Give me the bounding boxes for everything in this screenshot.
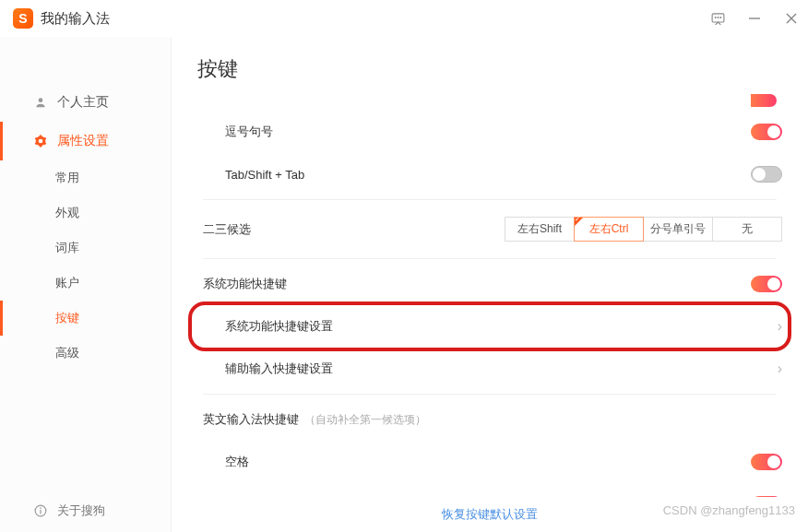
toggle-tab-shift[interactable] — [751, 166, 782, 183]
sidebar-item-label: 属性设置 — [57, 133, 109, 149]
row-tab-shift-label: Tab/Shift + Tab — [225, 168, 751, 182]
sidebar-about[interactable]: 关于搜狗 — [0, 490, 171, 532]
segment-group-candidates: 左右Shift 左右Ctrl 分号单引号 无 — [505, 217, 782, 242]
page-title: 按键 — [172, 37, 808, 94]
app-title: 我的输入法 — [41, 10, 110, 28]
row-second-third-label: 二三候选 — [203, 221, 505, 238]
feedback-icon[interactable] — [708, 9, 727, 28]
sidebar-sub-appearance[interactable]: 外观 — [0, 195, 171, 231]
settings-panel: 逗号句号 Tab/Shift + Tab 二三候选 左右Shift 左右Ctrl… — [172, 94, 808, 497]
divider — [203, 394, 777, 395]
seg-none[interactable]: 无 — [712, 217, 782, 242]
sidebar-item-label: 个人主页 — [57, 94, 109, 111]
toggle-comma-period[interactable] — [751, 124, 782, 140]
row-sys-shortcut-setting[interactable]: 系统功能快捷键设置 › — [197, 305, 782, 348]
minimize-button[interactable] — [745, 9, 764, 28]
seg-shift[interactable]: 左右Shift — [505, 217, 575, 242]
row-eng-shortcut-label: 英文输入法快捷键（自动补全第一候选项） — [203, 411, 782, 428]
toggle-tab[interactable] — [751, 496, 782, 497]
toggle-sys-shortcut[interactable] — [751, 276, 782, 292]
sidebar-about-label: 关于搜狗 — [57, 502, 105, 519]
sidebar: 个人主页 属性设置 常用 外观 词库 账户 按键 高级 关于搜狗 — [0, 37, 172, 532]
sidebar-sub-account[interactable]: 账户 — [0, 266, 171, 301]
svg-rect-10 — [40, 510, 41, 514]
info-icon — [33, 503, 48, 518]
sidebar-item-profile[interactable]: 个人主页 — [0, 83, 171, 122]
row-space-label: 空格 — [225, 454, 751, 470]
sidebar-sub-keys[interactable]: 按键 — [0, 301, 171, 336]
sidebar-sub-common[interactable]: 常用 — [0, 160, 171, 195]
toggle-space[interactable] — [751, 454, 782, 470]
chevron-right-icon: › — [778, 361, 782, 377]
seg-ctrl[interactable]: 左右Ctrl — [574, 217, 644, 242]
gear-icon — [33, 134, 48, 148]
svg-point-7 — [39, 98, 43, 102]
seg-semicolon[interactable]: 分号单引号 — [643, 217, 713, 242]
app-logo: S — [13, 8, 33, 29]
partial-toggle — [751, 94, 777, 107]
svg-point-3 — [719, 17, 720, 18]
watermark: CSDN @zhangfeng1133 — [663, 503, 795, 517]
row-sys-shortcut-label: 系统功能快捷键 — [203, 276, 751, 292]
divider — [203, 199, 777, 200]
divider — [203, 258, 777, 259]
close-button[interactable] — [782, 9, 801, 28]
chevron-right-icon: › — [778, 318, 782, 335]
row-assist-shortcut-setting[interactable]: 辅助输入快捷键设置 › — [197, 348, 782, 390]
sidebar-item-settings[interactable]: 属性设置 — [0, 122, 171, 160]
svg-point-2 — [718, 17, 719, 18]
row-comma-period-label: 逗号句号 — [225, 124, 751, 140]
sidebar-sub-advanced[interactable]: 高级 — [0, 336, 171, 371]
sidebar-sub-dict[interactable]: 词库 — [0, 231, 171, 266]
svg-point-1 — [715, 17, 716, 18]
svg-point-9 — [40, 507, 42, 509]
user-icon — [33, 95, 48, 110]
